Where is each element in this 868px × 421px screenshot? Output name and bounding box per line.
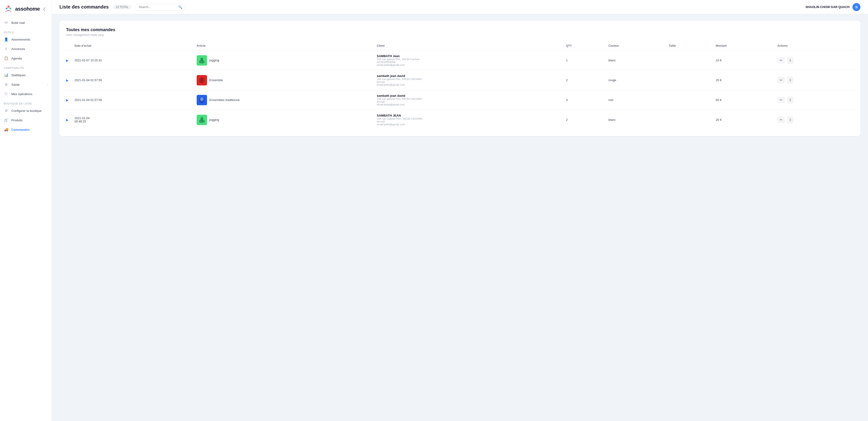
- color-cell: blanc: [606, 110, 666, 130]
- sidebar-item-statistiques[interactable]: 📊 Statitiques: [0, 70, 52, 80]
- logo-area: assohome ❮: [0, 0, 52, 18]
- barcode-icon: ⦀: [789, 98, 791, 102]
- expand-button[interactable]: ▶: [66, 90, 72, 110]
- sidebar-item-label: Boite mail: [11, 21, 25, 25]
- client-cell: SAMBATH JEAN 256 rue Gabriel Péri, 94230…: [374, 110, 563, 130]
- sidebar-item-label: Produits: [11, 118, 23, 122]
- sidebar-item-saisie[interactable]: ⊞ Saisie ›: [0, 80, 52, 89]
- col-article: Article: [194, 42, 374, 51]
- article-cell: jogging: [194, 110, 374, 130]
- qty-cell: 2: [563, 110, 606, 130]
- table-row: ▶ 2021-01-07 15:25:31 jogging: [66, 51, 854, 70]
- qty-cell: 4: [563, 90, 606, 110]
- sidebar-item-commandes[interactable]: 🚚 Commandes: [0, 125, 52, 134]
- edit-button[interactable]: ✏: [777, 77, 785, 83]
- table-wrap: Date d'achat Article Client QTY Couleur …: [66, 42, 854, 130]
- client-email: email:jedoi@gmail.com: [377, 103, 560, 106]
- barcode-button[interactable]: ⦀: [787, 96, 793, 104]
- svg-point-0: [7, 5, 10, 8]
- article-name: jogging: [209, 58, 219, 62]
- client-address: 256 rue gabriel Péri, 94230 CACHAN: [377, 97, 560, 100]
- client-name: sambath jean david: [377, 94, 560, 97]
- barcode-button[interactable]: ⦀: [787, 116, 793, 123]
- client-phone: tel:null: [377, 100, 560, 103]
- orders-table: Date d'achat Article Client QTY Couleur …: [66, 42, 854, 130]
- collapse-button[interactable]: ❮: [43, 7, 46, 11]
- date-cell: 2021-01-0400:49:25: [72, 110, 194, 130]
- col-couleur: Couleur: [606, 42, 666, 51]
- barcode-icon: ⦀: [789, 118, 791, 122]
- section-label-boutique: BOUTIQUE EN LIGNE: [0, 99, 52, 106]
- col-actions: Actions: [775, 42, 854, 51]
- svg-point-2: [9, 7, 11, 9]
- mail-icon: ✉: [4, 20, 8, 25]
- col-date: Date d'achat: [72, 42, 194, 51]
- svg-point-5: [200, 58, 203, 61]
- client-address: 256 rue Gabriel Péri, 94230 CACHAN: [377, 117, 560, 120]
- expand-button[interactable]: ▶: [66, 110, 72, 130]
- sidebar-item-label: Abonnements: [11, 38, 30, 41]
- sidebar: assohome ❮ ✉ Boite mail OUTILS 👤 Abonnem…: [0, 0, 52, 421]
- article-cell: Ensemble: [194, 70, 374, 90]
- calendar-icon: 📋: [4, 56, 8, 61]
- truck-icon: 🚚: [4, 127, 8, 132]
- search-input[interactable]: [138, 5, 176, 9]
- client-cell: SAMBATH Jean 256 rue gabriel Péri, 94230…: [374, 51, 563, 70]
- article-thumbnail: [197, 115, 207, 125]
- article-cell: jogging: [194, 51, 374, 70]
- client-name: SAMBATH Jean: [377, 54, 560, 58]
- col-montant: Montant: [713, 42, 774, 51]
- col-client: Client: [374, 42, 563, 51]
- client-email: email:jedoi@gmail.com: [377, 83, 560, 86]
- page-title: Liste des commandes: [59, 4, 109, 10]
- article-thumbnail: [197, 75, 207, 85]
- sidebar-item-mes-operations[interactable]: © Mes opérations: [0, 89, 52, 99]
- sidebar-item-label: Commandes: [11, 128, 30, 132]
- size-cell: [666, 51, 713, 70]
- edit-button[interactable]: ✏: [777, 97, 785, 103]
- main-area: Liste des commandes 12 TOTAL 🔍 SHAOLIN C…: [52, 0, 868, 421]
- client-address: 256 rue gabriel Péri, 94230 CACHAN: [377, 78, 560, 81]
- col-expand: [66, 42, 72, 51]
- sidebar-item-boite-mail[interactable]: ✉ Boite mail: [0, 18, 52, 27]
- cart-icon: 🛒: [4, 118, 8, 122]
- total-badge: 12 TOTAL: [113, 5, 131, 9]
- col-taille: Taille: [666, 42, 713, 51]
- sidebar-item-annonces[interactable]: ℹ Annonces: [0, 44, 52, 54]
- search-icon: 🔍: [178, 5, 182, 9]
- actions-cell: ✏ ⦀: [775, 70, 854, 90]
- table-body: ▶ 2021-01-07 15:25:31 jogging: [66, 51, 854, 130]
- logo-icon: [4, 4, 13, 14]
- chevron-right-icon: ›: [47, 83, 48, 86]
- sidebar-item-label: Saisie: [11, 83, 20, 86]
- sidebar-item-produits[interactable]: 🛒 Produits: [0, 115, 52, 125]
- svg-rect-8: [199, 79, 205, 82]
- logo-text: assohome: [15, 6, 40, 12]
- chart-icon: 📊: [4, 73, 8, 77]
- search-box[interactable]: 🔍: [135, 4, 185, 10]
- barcode-button[interactable]: ⦀: [787, 57, 793, 64]
- edit-button[interactable]: ✏: [777, 57, 785, 63]
- client-cell: sambath jean david 256 rue gabriel Péri,…: [374, 90, 563, 110]
- avatar[interactable]: S: [852, 3, 861, 11]
- table-header: Date d'achat Article Client QTY Couleur …: [66, 42, 854, 51]
- expand-button[interactable]: ▶: [66, 70, 72, 90]
- amount-cell: 20 €: [713, 70, 774, 90]
- circle-icon: ©: [4, 91, 8, 96]
- sidebar-item-agenda[interactable]: 📋 Agenda: [0, 54, 52, 63]
- amount-cell: 10 €: [713, 51, 774, 70]
- col-qty: QTY: [563, 42, 606, 51]
- sidebar-item-abonnements[interactable]: 👤 Abonnements: [0, 35, 52, 44]
- article-name: Ensembles traditionne: [209, 98, 240, 102]
- user-name: SHAOLIN CHOW GAR QUACH: [806, 5, 849, 9]
- edit-button[interactable]: ✏: [777, 117, 785, 123]
- sidebar-item-configurer-boutique[interactable]: ⚙ Configurer la boutique: [0, 106, 52, 115]
- client-email: email:jedoi@gmail.com: [377, 123, 560, 126]
- article-thumbnail: [197, 95, 207, 105]
- barcode-button[interactable]: ⦀: [787, 77, 793, 84]
- expand-button[interactable]: ▶: [66, 51, 72, 70]
- sidebar-item-label: Statitiques: [11, 74, 26, 77]
- table-row: ▶ 2021-01-04 01:57:59 Ensembles traditio…: [66, 90, 854, 110]
- client-phone: tel:null: [377, 81, 560, 83]
- color-cell: rouge: [606, 70, 666, 90]
